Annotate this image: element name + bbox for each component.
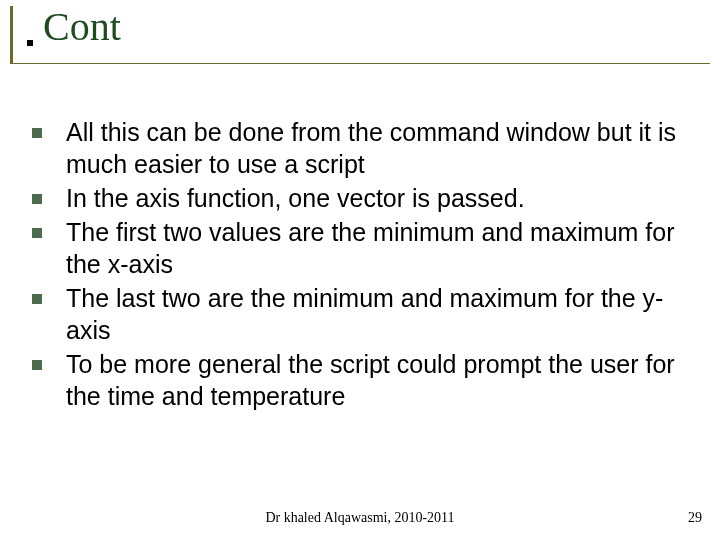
slide-title: Cont [27, 6, 710, 48]
body-list: All this can be done from the command wi… [32, 116, 688, 414]
square-bullet-icon [32, 360, 42, 370]
list-item: The first two values are the minimum and… [32, 216, 688, 280]
list-item-text: In the axis function, one vector is pass… [66, 182, 688, 214]
list-item: In the axis function, one vector is pass… [32, 182, 688, 214]
list-item-text: All this can be done from the command wi… [66, 116, 688, 180]
title-container: Cont [10, 6, 710, 64]
list-item-text: To be more general the script could prom… [66, 348, 688, 412]
list-item-text: The first two values are the minimum and… [66, 216, 688, 280]
square-bullet-icon [32, 294, 42, 304]
page-number: 29 [688, 510, 702, 526]
square-bullet-icon [32, 194, 42, 204]
list-item: All this can be done from the command wi… [32, 116, 688, 180]
square-bullet-icon [32, 128, 42, 138]
title-leading-dot-icon [27, 40, 33, 46]
footer-author: Dr khaled Alqawasmi, 2010-2011 [0, 510, 720, 526]
list-item: The last two are the minimum and maximum… [32, 282, 688, 346]
list-item: To be more general the script could prom… [32, 348, 688, 412]
list-item-text: The last two are the minimum and maximum… [66, 282, 688, 346]
square-bullet-icon [32, 228, 42, 238]
slide: Cont All this can be done from the comma… [0, 0, 720, 540]
